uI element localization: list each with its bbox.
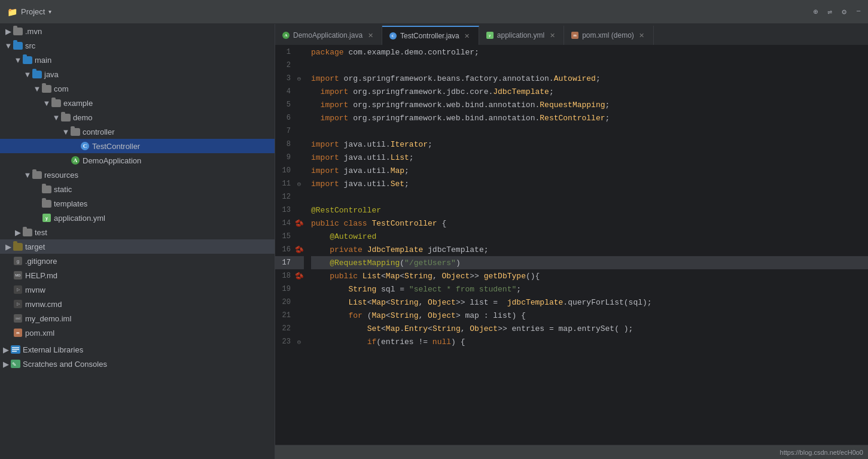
- code-line-7: [311, 124, 868, 138]
- gutter-line-9: 9: [275, 151, 304, 164]
- tab-java-class-icon: C: [389, 32, 397, 39]
- sidebar-item-scratches[interactable]: ▶ ✎ Scratches and Consoles: [0, 357, 275, 371]
- tab-close-icon[interactable]: ✕: [638, 31, 646, 39]
- iml-icon: iml: [13, 314, 23, 323]
- sidebar-item-label: com: [54, 84, 69, 93]
- code-content[interactable]: package com.example.demo.controller; imp…: [304, 45, 868, 445]
- sidebar-item-java[interactable]: ▼ java: [0, 67, 275, 81]
- sidebar-item-templates[interactable]: templates: [0, 196, 275, 211]
- chevron-down-icon: ▼: [14, 56, 22, 65]
- sidebar-item-resources[interactable]: ▼ resources: [0, 168, 275, 182]
- sidebar-item-mvn[interactable]: ▶ .mvn: [0, 24, 275, 38]
- sidebar-item-com[interactable]: ▼ com: [0, 81, 275, 96]
- sidebar-item-pom-xml[interactable]: m pom.xml: [0, 326, 275, 340]
- project-label[interactable]: 📁 Project ▾: [7, 7, 51, 17]
- code-text: (){: [526, 272, 540, 281]
- tab-close-icon[interactable]: ✕: [463, 32, 471, 40]
- line-number: 18: [275, 272, 294, 280]
- pom-icon: m: [13, 328, 23, 338]
- class-name: Object: [428, 298, 456, 307]
- fold-icon[interactable]: ⊖: [294, 180, 304, 188]
- code-text: ,: [433, 272, 442, 281]
- line-number: 4: [275, 87, 294, 96]
- gutter-line-12: 12: [275, 190, 304, 203]
- tab-close-icon[interactable]: ✕: [548, 31, 556, 39]
- sidebar-item-target[interactable]: ▶ target: [0, 239, 275, 254]
- code-line-15: @Autowired: [311, 230, 868, 243]
- folder-icon: [32, 69, 42, 79]
- code-text: <: [381, 272, 386, 281]
- sidebar-item-testcontroller[interactable]: C TestController: [0, 139, 275, 153]
- class-name: String: [404, 272, 433, 281]
- tab-bar: A DemoApplication.java ✕ C TestControlle…: [275, 24, 868, 45]
- settings-icon[interactable]: ⚙: [842, 7, 846, 17]
- sidebar-item-label: controller: [83, 127, 114, 136]
- chevron-right-icon: ▶: [2, 360, 10, 369]
- folder-icon: [42, 199, 51, 208]
- line-number: 5: [275, 101, 294, 109]
- sidebar-item-example[interactable]: ▼ example: [0, 96, 275, 110]
- fold-icon[interactable]: ⊖: [294, 338, 304, 346]
- tab-demo-application[interactable]: A DemoApplication.java ✕: [275, 26, 382, 45]
- sidebar-item-label: .mvn: [25, 27, 42, 36]
- line-number: 6: [275, 114, 294, 122]
- tab-label: pom.xml (demo): [582, 31, 634, 39]
- gutter-line-11: 11 ⊖: [275, 177, 304, 190]
- fold-icon[interactable]: ⊖: [294, 75, 304, 83]
- sidebar-item-ext-libraries[interactable]: ▶ External Libraries: [0, 342, 275, 357]
- sidebar-item-gitignore[interactable]: g .gitignore: [0, 254, 275, 268]
- sidebar-item-iml[interactable]: iml my_demo.iml: [0, 311, 275, 326]
- tab-close-icon[interactable]: ✕: [366, 31, 374, 39]
- scratches-icon: ✎: [11, 359, 20, 369]
- sidebar-item-application-yml[interactable]: y application.yml: [0, 211, 275, 225]
- sidebar-item-label: DemoApplication: [83, 156, 141, 165]
- class-name: String: [391, 298, 419, 307]
- line-number: 11: [275, 180, 294, 188]
- line-number: 10: [275, 166, 294, 175]
- code-text: sql =: [381, 285, 409, 294]
- sh-icon: ▷: [13, 285, 23, 294]
- sidebar-item-label: application.yml: [54, 214, 105, 223]
- sidebar-item-demoapplication[interactable]: A DemoApplication: [0, 153, 275, 168]
- title-bar-actions: ⊕ ⇌ ⚙ −: [814, 7, 861, 17]
- tab-pom-xml[interactable]: m pom.xml (demo) ✕: [564, 26, 654, 45]
- tab-application-yml[interactable]: y application.yml ✕: [479, 26, 564, 45]
- line-number: 21: [275, 311, 294, 320]
- code-text: <: [428, 324, 433, 333]
- sidebar-item-label: Scratches and Consoles: [23, 360, 107, 369]
- svg-rect-1: [12, 347, 19, 348]
- code-line-2: [311, 59, 868, 72]
- tab-test-controller[interactable]: C TestController.java ✕: [382, 26, 479, 45]
- code-text: >> list =: [456, 298, 507, 307]
- sidebar-item-controller[interactable]: ▼ controller: [0, 124, 275, 139]
- yml-icon: y: [42, 213, 51, 223]
- globe-icon[interactable]: ⊕: [814, 7, 818, 17]
- project-dropdown-icon[interactable]: ▾: [48, 8, 51, 15]
- code-text: ;: [404, 180, 409, 189]
- sidebar-item-mvnw[interactable]: ▷ mvnw: [0, 282, 275, 297]
- sidebar-item-label: TestController: [92, 142, 140, 151]
- line-number: 22: [275, 324, 294, 333]
- sidebar-item-demo[interactable]: ▼ demo: [0, 110, 275, 124]
- code-text: (: [367, 311, 372, 320]
- class-name: Autowired: [554, 74, 596, 83]
- keyword: import: [311, 153, 344, 162]
- chevron-down-icon: ▼: [24, 70, 31, 79]
- md-icon: MD: [13, 270, 23, 280]
- code-text: ;: [605, 114, 610, 123]
- layout-icon[interactable]: ⇌: [828, 7, 833, 17]
- sidebar-item-label: .gitignore: [25, 257, 57, 266]
- minimize-icon[interactable]: −: [856, 7, 861, 17]
- sidebar-item-mvnw-cmd[interactable]: ▷ mvnw.cmd: [0, 297, 275, 311]
- code-line-13: @RestController: [311, 203, 868, 217]
- sidebar-item-src[interactable]: ▼ src: [0, 38, 275, 53]
- line-number: 16: [275, 245, 294, 254]
- code-text: > map : list) {: [456, 311, 526, 320]
- code-text: ;: [605, 101, 610, 110]
- sidebar-item-help-md[interactable]: MD HELP.md: [0, 268, 275, 282]
- sidebar-item-static[interactable]: static: [0, 182, 275, 196]
- sidebar-item-label: External Libraries: [23, 345, 83, 354]
- sidebar-item-main[interactable]: ▼ main: [0, 53, 275, 67]
- sidebar-item-test[interactable]: ▶ test: [0, 225, 275, 239]
- gutter-line-14: 14 🫘: [275, 217, 304, 230]
